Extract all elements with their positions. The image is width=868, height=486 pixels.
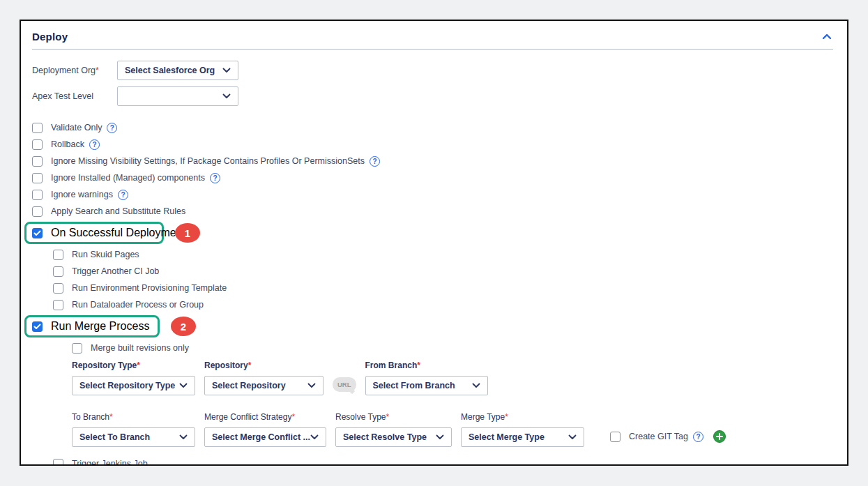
checkbox-label: Ignore Missing Visibility Settings, If P… <box>51 156 365 166</box>
required-marker: * <box>248 360 252 370</box>
resolve-type-label: Resolve Type* <box>335 412 452 422</box>
run-merge-process-checkbox[interactable] <box>32 321 43 332</box>
help-glyph: ? <box>696 433 700 441</box>
apex-test-level-select[interactable] <box>117 86 238 106</box>
add-icon[interactable] <box>713 430 726 443</box>
checkbox-label: Run Skuid Pages <box>72 250 139 259</box>
required-marker: * <box>109 412 113 422</box>
annotation-highlight-box: On Successful Deployment <box>24 222 164 244</box>
select-value: Select Salesforce Org <box>125 66 215 75</box>
from-branch-field: From Branch* Select From Branch <box>365 360 488 395</box>
merge-conflict-strategy-field: Merge Conflict Strategy* Select Merge Co… <box>204 412 326 447</box>
merge-form-row-1: Repository Type* Select Repository Type … <box>72 360 833 395</box>
required-marker: * <box>96 66 99 75</box>
repository-label: Repository* <box>204 360 323 370</box>
chevron-down-icon <box>179 383 188 388</box>
chevron-up-icon <box>822 33 832 40</box>
required-marker: * <box>137 360 140 370</box>
header-divider <box>32 49 833 50</box>
create-git-tag-checkbox[interactable] <box>610 432 620 442</box>
from-branch-select[interactable]: Select From Branch <box>365 376 488 395</box>
select-value: Select From Branch <box>373 381 455 390</box>
from-branch-label: From Branch* <box>365 360 488 370</box>
chevron-down-icon <box>568 434 577 440</box>
label-text: Merge Conflict Strategy <box>204 412 291 422</box>
checkbox-row-trigger-another-ci-job: Trigger Another CI Job <box>53 263 833 280</box>
help-icon[interactable]: ? <box>89 139 100 150</box>
checkbox-label: Trigger Jenkins Job <box>72 459 148 466</box>
ignore-missing-visibility-checkbox[interactable] <box>32 156 43 167</box>
checkbox-row-ignore-installed: Ignore Installed (Managed) components ? <box>32 169 833 186</box>
select-value: Select Repository Type <box>79 381 175 390</box>
help-icon[interactable]: ? <box>210 173 220 183</box>
required-marker: * <box>505 412 508 422</box>
url-badge[interactable]: URL <box>333 377 356 392</box>
validate-only-checkbox[interactable] <box>32 123 43 133</box>
trigger-jenkins-job-checkbox[interactable] <box>53 459 63 466</box>
checkbox-label: On Successful Deployment <box>51 227 185 239</box>
run-dataloader-checkbox[interactable] <box>53 300 63 310</box>
chevron-down-icon <box>179 434 188 440</box>
repository-type-field: Repository Type* Select Repository Type <box>72 360 195 395</box>
deployment-org-row: Deployment Org* Select Salesforce Org <box>32 61 833 80</box>
collapse-section-button[interactable] <box>821 30 833 43</box>
ignore-installed-checkbox[interactable] <box>32 173 43 183</box>
to-branch-select[interactable]: Select To Branch <box>72 427 195 447</box>
merge-form-row-2: To Branch* Select To Branch Merge Confli… <box>72 412 833 447</box>
help-icon[interactable]: ? <box>693 432 703 442</box>
ignore-warnings-checkbox[interactable] <box>32 190 43 200</box>
chevron-down-icon <box>472 383 480 388</box>
select-value: Select Resolve Type <box>343 432 427 442</box>
checkbox-label: Ignore Installed (Managed) components <box>51 173 205 183</box>
checkbox-label: Merge built revisions only <box>91 343 189 353</box>
on-successful-deployment-checkbox[interactable] <box>32 228 43 238</box>
help-glyph: ? <box>372 158 376 165</box>
required-marker: * <box>386 412 390 422</box>
run-environment-provisioning-checkbox[interactable] <box>53 283 63 294</box>
help-icon[interactable]: ? <box>107 123 117 133</box>
required-marker: * <box>291 412 295 422</box>
deployment-org-select[interactable]: Select Salesforce Org <box>117 61 238 80</box>
merge-conflict-strategy-label: Merge Conflict Strategy* <box>204 412 326 422</box>
deployment-org-label: Deployment Org* <box>32 66 117 75</box>
label-text: From Branch <box>365 360 418 370</box>
help-glyph: ? <box>110 124 114 132</box>
apply-search-substitute-checkbox[interactable] <box>32 206 43 217</box>
help-icon[interactable]: ? <box>118 190 128 200</box>
chevron-down-icon <box>222 93 231 99</box>
to-branch-field: To Branch* Select To Branch <box>72 412 195 447</box>
merge-process-form: Repository Type* Select Repository Type … <box>72 360 833 447</box>
checkbox-row-run-dataloader: Run Dataloader Process or Group <box>53 296 833 313</box>
checkbox-label: Run Environment Provisioning Template <box>72 283 227 293</box>
create-git-tag-group: Create GIT Tag ? <box>610 430 726 443</box>
panel-header: Deploy <box>32 28 833 45</box>
chevron-down-icon <box>222 68 231 73</box>
repository-type-select[interactable]: Select Repository Type <box>72 376 195 395</box>
checkbox-label: Run Dataloader Process or Group <box>72 300 204 310</box>
merge-type-select[interactable]: Select Merge Type <box>461 427 584 447</box>
merge-conflict-strategy-select[interactable]: Select Merge Conflict ... <box>204 427 326 447</box>
checkbox-label: Apply Search and Substitute Rules <box>51 206 185 216</box>
repository-select[interactable]: Select Repository <box>204 376 323 395</box>
checkbox-label: Rollback <box>51 139 84 149</box>
checkbox-label: Validate Only <box>51 123 102 132</box>
apex-test-level-label: Apex Test Level <box>32 91 117 101</box>
checkbox-row-trigger-jenkins-job: Trigger Jenkins Job <box>53 455 833 466</box>
checkbox-row-validate-only: Validate Only ? <box>32 119 833 136</box>
select-value: Select Repository <box>212 381 286 390</box>
step-badge-2: 2 <box>171 317 196 336</box>
merge-built-revisions-checkbox[interactable] <box>72 343 82 354</box>
help-icon[interactable]: ? <box>370 156 380 167</box>
rollback-checkbox[interactable] <box>32 139 43 150</box>
resolve-type-select[interactable]: Select Resolve Type <box>335 427 452 447</box>
label-text: Resolve Type <box>335 412 386 422</box>
run-skuid-pages-checkbox[interactable] <box>53 250 63 260</box>
merge-type-field: Merge Type* Select Merge Type <box>461 412 584 447</box>
checkbox-row-run-merge-process: Run Merge Process 2 <box>32 315 833 337</box>
label-text: To Branch <box>72 412 109 422</box>
deploy-panel: Deploy Deployment Org* Select Salesforce… <box>20 20 848 466</box>
chevron-down-icon <box>310 434 319 440</box>
apex-test-level-row: Apex Test Level <box>32 86 833 106</box>
chevron-down-icon <box>436 434 444 440</box>
trigger-another-ci-job-checkbox[interactable] <box>53 266 63 277</box>
